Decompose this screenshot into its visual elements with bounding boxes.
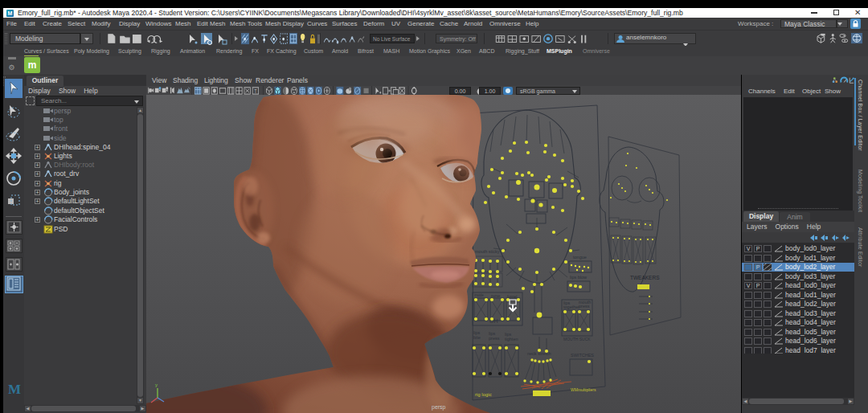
svg-text:mouth sticky: mouth sticky [475, 249, 500, 254]
svg-text:rig logic: rig logic [475, 392, 492, 397]
svg-text:together: together [563, 305, 579, 309]
svg-text:press: press [489, 336, 500, 341]
svg-text:press: press [579, 304, 590, 309]
svg-text:T: T [254, 88, 256, 94]
svg-text:lips blow: lips blow [570, 275, 587, 280]
svg-text:SWITCHES: SWITCHES [571, 353, 594, 358]
svg-text:purse: purse [491, 294, 501, 298]
svg-text:tighten: tighten [505, 337, 518, 341]
svg-text:y: y [155, 382, 158, 387]
svg-text:WMmultipliers: WMmultipliers [571, 387, 596, 392]
svg-text:persp: persp [432, 404, 446, 411]
svg-text:tongue: tongue [573, 255, 587, 260]
svg-text:TWEAKERS: TWEAKERS [630, 275, 660, 280]
svg-text:MOUTH SUCK: MOUTH SUCK [563, 337, 591, 341]
svg-text:inside: inside [474, 293, 484, 297]
svg-text:bite: bite [473, 335, 481, 340]
